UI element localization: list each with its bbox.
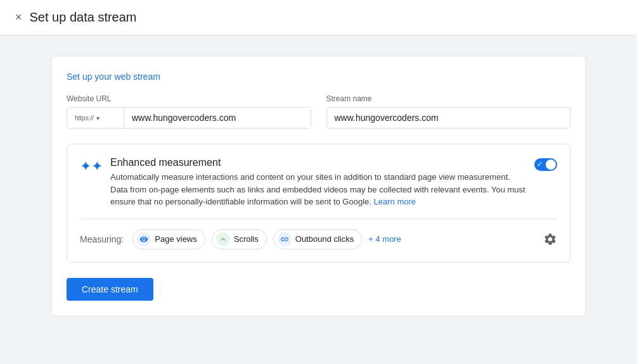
divider	[80, 218, 557, 219]
chip-scrolls-label: Scrolls	[234, 234, 259, 244]
stream-name-label: Stream name	[326, 94, 571, 103]
chip-page-views-label: Page views	[155, 234, 196, 244]
section-title: Set up your web stream	[67, 72, 570, 82]
link-icon	[278, 232, 292, 246]
learn-more-link[interactable]: Learn more	[374, 197, 416, 206]
measuring-label: Measuring:	[80, 234, 124, 244]
enhanced-description-2: Data from on-page elements such as links…	[110, 185, 525, 207]
chip-outbound-clicks-label: Outbound clicks	[295, 234, 354, 244]
enhanced-description-1: Automatically measure interactions and c…	[110, 172, 510, 182]
eye-icon	[137, 232, 151, 246]
url-form-group: Website URL https:// ▾	[67, 94, 311, 129]
form-row: Website URL https:// ▾ Stream name	[67, 94, 570, 129]
page-title: Set up data stream	[30, 10, 137, 25]
enhanced-text-block: Enhanced measurement Automatically measu…	[110, 157, 534, 208]
url-label: Website URL	[67, 94, 311, 103]
more-link[interactable]: + 4 more	[368, 234, 401, 244]
settings-icon[interactable]	[543, 232, 557, 246]
main-card: Set up your web stream Website URL https…	[51, 56, 586, 317]
chip-scrolls[interactable]: Scrolls	[212, 229, 267, 249]
page-header: × Set up data stream	[0, 0, 637, 35]
url-input-wrapper: https:// ▾	[67, 107, 311, 129]
toggle-check-icon: ✓	[537, 160, 543, 168]
create-stream-button[interactable]: Create stream	[67, 278, 153, 301]
protocol-select[interactable]: https:// ▾	[67, 108, 124, 128]
chip-outbound-clicks[interactable]: Outbound clicks	[273, 229, 363, 249]
chevron-down-icon: ▾	[96, 115, 100, 122]
enhanced-header-left: ✦✦ Enhanced measurement Automatically me…	[80, 157, 534, 208]
enhanced-measurement-section: ✦✦ Enhanced measurement Automatically me…	[67, 144, 570, 263]
sparkle-icon: ✦✦	[80, 158, 103, 175]
page-content: Set up your web stream Website URL https…	[0, 35, 637, 337]
chip-page-views[interactable]: Page views	[132, 229, 205, 249]
stream-name-input[interactable]	[326, 107, 571, 129]
measuring-row: Measuring: Page views Scrolls	[80, 229, 557, 249]
stream-name-form-group: Stream name	[326, 94, 571, 129]
protocol-value: https://	[75, 115, 94, 122]
enhanced-title: Enhanced measurement	[110, 157, 534, 168]
toggle-thumb	[546, 160, 556, 170]
enhanced-header: ✦✦ Enhanced measurement Automatically me…	[80, 157, 557, 208]
enhanced-toggle[interactable]: ✓	[534, 158, 557, 171]
scroll-icon	[216, 232, 230, 246]
enhanced-description: Automatically measure interactions and c…	[110, 171, 534, 208]
close-icon[interactable]: ×	[15, 11, 22, 24]
url-domain-input[interactable]	[124, 108, 311, 128]
